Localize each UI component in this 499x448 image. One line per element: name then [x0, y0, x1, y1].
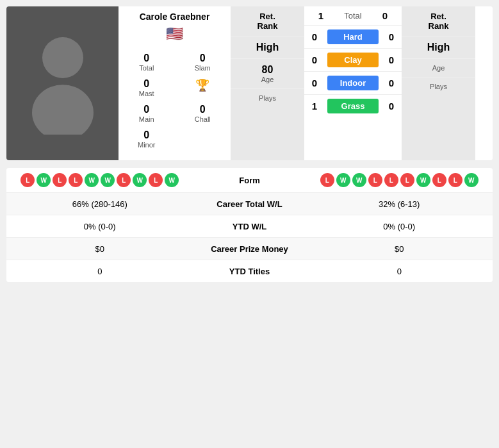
form-badge-left: L [117, 173, 131, 187]
left-stats-grid: 0 Total 0 Slam 0 Mast 🏆 0 Main [121, 50, 228, 151]
left-main-cell: 0 Main [121, 101, 172, 126]
stats-left-value: 66% (280-146) [14, 198, 186, 210]
form-badge-left: W [101, 173, 115, 187]
clay-badge: Clay [327, 53, 379, 67]
stats-label-text: Career Prize Money [211, 244, 288, 254]
stats-right-text: 32% (6-13) [379, 199, 420, 209]
left-slam-label: Slam [195, 64, 211, 72]
stats-right-text: 0% (0-0) [383, 222, 415, 231]
left-age-label: Age [233, 76, 302, 83]
left-trophy-icon: 🏆 [195, 78, 209, 92]
form-badge-right: L [384, 173, 398, 187]
form-badge-right: W [416, 173, 430, 187]
stats-right-text: $0 [395, 244, 404, 254]
stats-right-text: 0 [397, 267, 402, 276]
form-badge-left: L [20, 173, 35, 187]
form-badge-right: L [400, 173, 414, 187]
stats-row: 0% (0-0) YTD W/L 0% (0-0) [6, 215, 493, 238]
left-mast-cell: 0 Mast [121, 76, 172, 100]
stats-right-value: 32% (6-13) [314, 198, 486, 210]
left-chall-value: 0 [200, 104, 206, 115]
stats-label-text: YTD Titles [229, 267, 270, 276]
right-mast-cell: 0 Mast [478, 76, 493, 100]
indoor-row: 0 Indoor 0 [304, 72, 402, 95]
right-plays-label: Plays [404, 83, 473, 90]
left-minor-cell: 0 Minor [121, 127, 172, 151]
left-mast-value: 0 [143, 78, 149, 90]
stats-right-value: $0 [314, 243, 486, 254]
right-player-info: Beryl Jenkins 🇦🇺 0 Total 0 Slam 0 Mast 🏆 [475, 6, 493, 160]
stats-left-value: 0% (0-0) [14, 220, 186, 232]
right-age-block: Age [402, 59, 475, 78]
form-badge-right: L [368, 173, 382, 187]
left-indoor-score: 0 [307, 78, 322, 88]
stats-label-text: YTD W/L [233, 222, 266, 231]
form-badge-right: W [464, 173, 479, 187]
total-row: 1 Total 0 [304, 6, 402, 26]
left-total-label: Total [139, 64, 154, 72]
left-player-info: Carole Graebner 🇺🇸 0 Total 0 Slam 0 Mast… [119, 6, 231, 160]
left-slam-value: 0 [200, 53, 206, 64]
main-container: Carole Graebner 🇺🇸 0 Total 0 Slam 0 Mast… [0, 0, 499, 291]
grass-badge: Grass [327, 99, 379, 113]
left-trophy-cell: 🏆 [177, 76, 229, 100]
right-clay-score: 0 [384, 54, 399, 65]
left-hard-score: 0 [307, 31, 322, 42]
right-main-cell: 0 Main [478, 101, 493, 126]
right-form-container: LWWLLLWLLW [314, 173, 486, 187]
form-badge-right: L [320, 173, 334, 187]
stats-row: 0 YTD Titles 0 [6, 260, 493, 282]
stats-row: 66% (280-146) Career Total W/L 32% (6-13… [6, 193, 493, 215]
left-total-value: 0 [143, 53, 149, 64]
stats-left-text: $0 [95, 244, 104, 254]
form-badge-left: L [149, 173, 163, 187]
left-mid-stats: Ret. Rank High 80 Age Plays [231, 6, 304, 160]
left-minor-value: 0 [143, 129, 149, 141]
form-badge-right: L [448, 173, 462, 187]
stats-left-text: 0 [97, 267, 102, 276]
left-rank-label: Ret. Rank [233, 12, 302, 31]
left-player-name: Carole Graebner [140, 12, 210, 22]
hard-row: 0 Hard 0 [304, 26, 402, 49]
stats-left-text: 0% (0-0) [84, 222, 116, 231]
left-total-cell: 0 Total [121, 50, 172, 74]
right-total-cell: 0 Total [478, 50, 493, 74]
left-main-label: Main [139, 115, 154, 123]
right-plays-block: Plays [402, 78, 475, 95]
form-section: LWLLWWLWLW Form LWWLLLWLLW 66% (280-146)… [6, 168, 493, 282]
stats-right-value: 0% (0-0) [314, 220, 486, 232]
left-chall-label: Chall [195, 115, 211, 123]
left-clay-score: 0 [307, 54, 322, 65]
form-badge-left: W [85, 173, 99, 187]
players-section: Carole Graebner 🇺🇸 0 Total 0 Slam 0 Mast… [6, 6, 493, 160]
svg-point-0 [42, 37, 83, 78]
right-minor-cell: 0 Minor [478, 127, 493, 151]
clay-row: 0 Clay 0 [304, 49, 402, 72]
stats-row: $0 Career Prize Money $0 [6, 238, 493, 260]
right-mid-stats: Ret. Rank High Age Plays [402, 6, 475, 160]
form-badge-left: L [53, 173, 67, 187]
form-badge-left: W [165, 173, 179, 187]
left-age-value: 80 [233, 64, 302, 76]
left-main-value: 0 [143, 104, 149, 115]
svg-point-1 [32, 85, 94, 135]
form-badge-left: W [37, 173, 51, 187]
left-form-badges: LWLLWWLWLW [14, 173, 186, 187]
stats-left-text: 66% (280-146) [72, 199, 127, 209]
right-high-value: High [404, 42, 473, 53]
right-stats-grid: 0 Total 0 Slam 0 Mast 🏆 0 Main [478, 50, 493, 151]
stats-left-value: $0 [14, 243, 186, 254]
form-badge-right: L [432, 173, 446, 187]
left-high-block: High [231, 37, 304, 59]
form-label: Form [186, 176, 314, 185]
right-form-badges: LWWLLLWLLW [314, 173, 486, 187]
indoor-badge: Indoor [327, 76, 379, 90]
stats-rows-container: 66% (280-146) Career Total W/L 32% (6-13… [6, 193, 493, 282]
left-form-container: LWLLWWLWLW [14, 173, 186, 187]
left-slam-cell: 0 Slam [177, 50, 229, 74]
form-badge-left: L [69, 173, 83, 187]
right-high-block: High [402, 37, 475, 59]
form-badge-right: W [336, 173, 350, 187]
left-high-value: High [233, 42, 302, 53]
left-age-block: 80 Age [231, 59, 304, 89]
